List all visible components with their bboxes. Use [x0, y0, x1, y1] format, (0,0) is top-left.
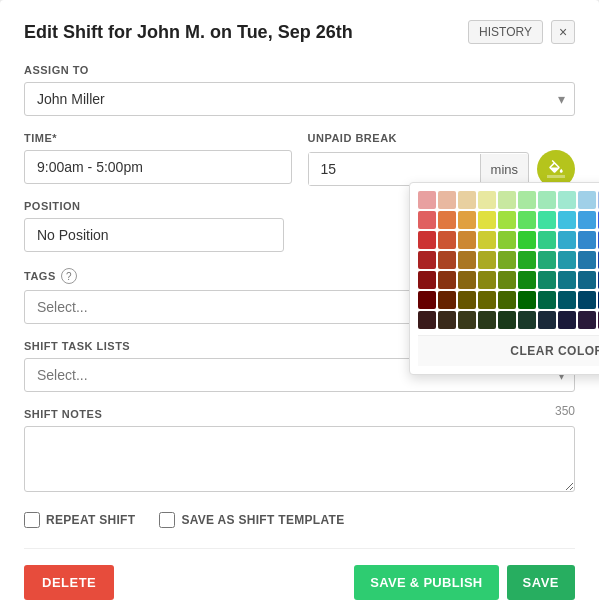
color-swatch[interactable] [418, 191, 436, 209]
color-swatch[interactable] [538, 291, 556, 309]
color-swatch[interactable] [498, 291, 516, 309]
color-swatch[interactable] [538, 211, 556, 229]
edit-shift-modal: Edit Shift for John M. on Tue, Sep 26th … [0, 0, 599, 609]
color-swatch[interactable] [518, 271, 536, 289]
repeat-shift-checkbox-wrap: REPEAT SHIFT [24, 512, 135, 528]
color-swatch[interactable] [438, 231, 456, 249]
color-swatch[interactable] [578, 191, 596, 209]
color-swatch[interactable] [438, 291, 456, 309]
color-swatch[interactable] [538, 271, 556, 289]
color-swatch[interactable] [558, 271, 576, 289]
color-swatch[interactable] [438, 311, 456, 329]
repeat-shift-label[interactable]: REPEAT SHIFT [46, 513, 135, 527]
save-as-shift-template-checkbox-wrap: SAVE AS SHIFT TEMPLATE [159, 512, 344, 528]
position-input[interactable] [24, 218, 284, 252]
color-swatch[interactable] [458, 231, 476, 249]
color-grid [418, 191, 599, 329]
modal-title: Edit Shift for John M. on Tue, Sep 26th [24, 22, 353, 43]
save-as-shift-template-label[interactable]: SAVE AS SHIFT TEMPLATE [181, 513, 344, 527]
color-swatch[interactable] [478, 191, 496, 209]
color-swatch[interactable] [418, 271, 436, 289]
color-swatch[interactable] [458, 211, 476, 229]
save-publish-button[interactable]: SAVE & PUBLISH [354, 565, 498, 600]
assign-to-label: ASSIGN TO [24, 64, 575, 76]
clear-color-button[interactable]: CLEAR COLOR [418, 335, 599, 366]
color-swatch[interactable] [458, 291, 476, 309]
unpaid-break-input-wrapper: mins [308, 152, 530, 186]
color-swatch[interactable] [418, 291, 436, 309]
color-swatch[interactable] [538, 311, 556, 329]
color-swatch[interactable] [558, 191, 576, 209]
color-swatch[interactable] [438, 251, 456, 269]
color-swatch[interactable] [578, 271, 596, 289]
tags-label: TAGS [24, 270, 56, 282]
color-swatch[interactable] [418, 211, 436, 229]
color-swatch[interactable] [518, 311, 536, 329]
color-swatch[interactable] [518, 291, 536, 309]
repeat-shift-checkbox[interactable] [24, 512, 40, 528]
color-swatch[interactable] [458, 311, 476, 329]
save-as-shift-template-checkbox[interactable] [159, 512, 175, 528]
color-swatch[interactable] [578, 251, 596, 269]
color-swatch[interactable] [518, 191, 536, 209]
color-swatch[interactable] [518, 231, 536, 249]
time-input[interactable] [24, 150, 292, 184]
save-buttons-group: SAVE & PUBLISH SAVE [354, 565, 575, 600]
color-swatch[interactable] [538, 251, 556, 269]
shift-notes-textarea-wrap: 350 [24, 426, 575, 496]
save-button[interactable]: SAVE [507, 565, 575, 600]
footer-divider [24, 548, 575, 549]
history-button[interactable]: HISTORY [468, 20, 543, 44]
color-swatch[interactable] [578, 311, 596, 329]
color-swatch[interactable] [578, 231, 596, 249]
time-field: TIME* [24, 132, 292, 188]
color-swatch[interactable] [438, 271, 456, 289]
paint-bucket-icon [547, 160, 565, 178]
color-swatch[interactable] [498, 251, 516, 269]
color-swatch[interactable] [538, 191, 556, 209]
time-input-wrapper [24, 150, 292, 184]
tags-help-icon[interactable]: ? [61, 268, 77, 284]
delete-button[interactable]: DELETE [24, 565, 114, 600]
color-swatch[interactable] [498, 231, 516, 249]
color-swatch[interactable] [578, 291, 596, 309]
mins-unit-label: mins [480, 154, 528, 185]
color-swatch[interactable] [478, 251, 496, 269]
color-swatch[interactable] [558, 211, 576, 229]
color-swatch[interactable] [438, 211, 456, 229]
color-swatch[interactable] [458, 251, 476, 269]
color-swatch[interactable] [438, 191, 456, 209]
color-swatch[interactable] [558, 311, 576, 329]
color-swatch[interactable] [518, 211, 536, 229]
color-swatch[interactable] [558, 231, 576, 249]
color-swatch[interactable] [458, 271, 476, 289]
color-swatch[interactable] [538, 231, 556, 249]
color-swatch[interactable] [478, 291, 496, 309]
color-swatch[interactable] [478, 231, 496, 249]
shift-notes-textarea[interactable] [24, 426, 575, 492]
close-button[interactable]: × [551, 20, 575, 44]
shift-notes-field: SHIFT NOTES 350 [24, 408, 575, 496]
time-break-row: TIME* UNPAID BREAK mins [24, 132, 575, 188]
color-swatch[interactable] [418, 311, 436, 329]
color-swatch[interactable] [498, 211, 516, 229]
assign-to-input[interactable] [24, 82, 575, 116]
color-swatch[interactable] [558, 251, 576, 269]
unpaid-break-label: UNPAID BREAK [308, 132, 576, 144]
color-swatch[interactable] [478, 271, 496, 289]
color-picker-popup: CLEAR COLOR [409, 182, 599, 375]
color-swatch[interactable] [478, 311, 496, 329]
unpaid-break-input[interactable] [309, 153, 480, 185]
color-swatch[interactable] [558, 291, 576, 309]
char-count: 350 [555, 404, 575, 418]
color-swatch[interactable] [518, 251, 536, 269]
color-swatch[interactable] [498, 311, 516, 329]
color-swatch[interactable] [418, 231, 436, 249]
color-swatch[interactable] [458, 191, 476, 209]
color-swatch[interactable] [498, 191, 516, 209]
color-swatch[interactable] [478, 211, 496, 229]
color-swatch[interactable] [418, 251, 436, 269]
color-swatch[interactable] [578, 211, 596, 229]
color-swatch[interactable] [498, 271, 516, 289]
modal-header: Edit Shift for John M. on Tue, Sep 26th … [24, 20, 575, 44]
